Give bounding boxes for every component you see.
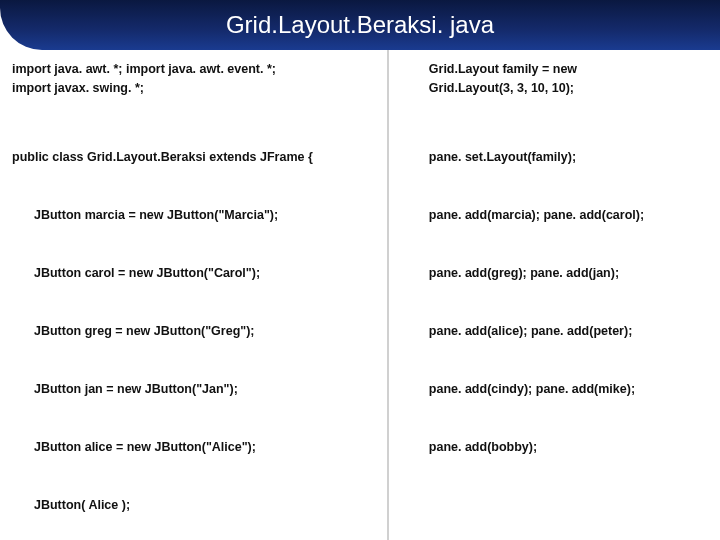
- imports-block: import java. awt. *; import java. awt. e…: [12, 60, 377, 99]
- pane-line: pane. add(marcia); pane. add(carol);: [407, 206, 710, 225]
- pane-line: pane. set.Layout(family);: [407, 148, 710, 167]
- pane-line: pane. add(greg); pane. add(jan);: [407, 264, 710, 283]
- slide-title: Grid.Layout.Beraksi. java: [0, 0, 720, 50]
- tail-block: add(pane); set.Visible(true); }: [407, 506, 710, 540]
- class-block: public class Grid.Layout.Beraksi extends…: [12, 109, 377, 540]
- btn-line: JButton carol = new JButton("Carol");: [12, 264, 377, 283]
- pane-line: pane. add(bobby);: [407, 438, 710, 457]
- family-decl: Grid.Layout family = new Grid.Layout(3, …: [407, 60, 710, 99]
- code-columns: import java. awt. *; import java. awt. e…: [0, 50, 720, 540]
- title-text: Grid.Layout.Beraksi. java: [226, 11, 494, 39]
- pane-line: pane. add(alice); pane. add(peter);: [407, 322, 710, 341]
- code-left-column: import java. awt. *; import java. awt. e…: [0, 50, 389, 540]
- btn-line: JButton marcia = new JButton("Marcia");: [12, 206, 377, 225]
- class-decl: public class Grid.Layout.Beraksi extends…: [12, 148, 377, 167]
- btn-line: JButton greg = new JButton("Greg");: [12, 322, 377, 341]
- pane-line: pane. add(cindy); pane. add(mike);: [407, 380, 710, 399]
- code-right-column: Grid.Layout family = new Grid.Layout(3, …: [389, 50, 720, 540]
- pane-ops-block: pane. set.Layout(family); pane. add(marc…: [407, 109, 710, 497]
- btn-line: JButton( Alice );: [12, 496, 377, 515]
- btn-line: JButton jan = new JButton("Jan");: [12, 380, 377, 399]
- btn-line: JButton alice = new JButton("Alice");: [12, 438, 377, 457]
